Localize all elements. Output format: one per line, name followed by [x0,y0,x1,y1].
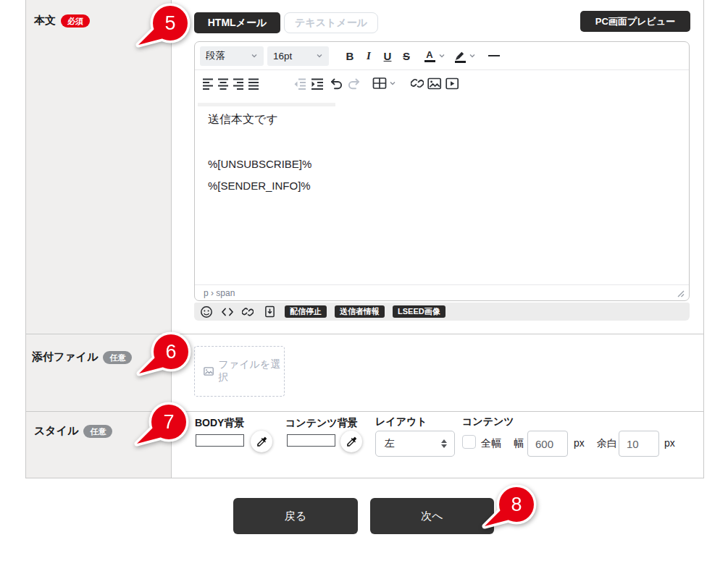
pc-preview-button[interactable]: PC画面プレビュー [580,11,690,32]
align-center-button[interactable] [215,74,230,93]
required-badge: 必須 [61,14,90,28]
align-justify-button[interactable] [246,74,261,93]
insert-sender-info-button[interactable]: 送信者情報 [335,305,385,318]
horizontal-rule-button[interactable] [485,46,503,66]
align-right-button[interactable] [230,74,246,93]
content-bg-eyedropper-button[interactable] [340,431,362,452]
code-icon [221,306,234,318]
highlight-color-menu-button[interactable] [468,46,477,66]
link-icon [242,306,254,318]
chevron-down-icon [389,80,396,87]
html-mail-button[interactable]: HTMLメール [194,12,280,33]
text-color-icon: A [424,50,435,62]
text-color-button[interactable]: A [422,46,438,66]
image-icon [427,77,442,90]
style-row-label: スタイル 任意 [34,424,112,438]
select-arrows-icon [441,439,447,448]
media-button[interactable] [443,74,461,93]
eyedropper-icon [256,436,268,448]
bold-button[interactable]: B [340,46,359,66]
full-width-checkbox[interactable] [462,435,476,449]
table-menu-button[interactable] [388,74,397,93]
chevron-down-icon [316,52,323,59]
align-center-icon [217,76,230,90]
body-bg-eyedropper-button[interactable] [251,431,272,452]
indent-button[interactable] [309,74,326,93]
highlight-color-icon [454,49,466,63]
form-label-column [25,0,172,478]
chevron-down-icon [438,52,445,59]
resize-handle-icon[interactable] [676,289,685,297]
body-bg-label: BODY背景 [195,417,244,430]
insert-lseed-image-button[interactable]: LSEED画像 [393,305,445,318]
highlight-color-button[interactable] [452,46,468,66]
layout-select-value: 左 [385,437,395,450]
file-select-label: ファイルを選択 [219,358,284,384]
outdent-button[interactable] [291,74,309,93]
redo-button[interactable] [345,74,362,93]
image-button[interactable] [426,74,443,93]
outdent-icon [293,76,306,90]
panel-bottom-border [25,478,704,478]
editor-status-bar: p › span [195,284,689,300]
horizontal-rule-icon [488,55,500,57]
panel-right-border [703,0,704,478]
unsubscribe-placeholder: %[UNSUBSCRIBE]% [208,158,311,170]
italic-icon: I [367,50,371,62]
content-label: コンテンツ [462,415,514,428]
emoji-icon [200,305,213,318]
block-format-value: 段落 [206,49,225,62]
table-icon [372,77,387,90]
file-select-button[interactable]: ファイルを選択 [194,346,285,397]
full-width-label: 全幅 [481,437,501,450]
text-mail-button[interactable]: テキストメール [284,12,378,33]
editor-quick-insert-bar: 配信停止 送信者情報 LSEED画像 [194,303,690,321]
align-left-button[interactable] [200,74,215,93]
link-button[interactable] [242,306,254,318]
body-bg-input[interactable] [196,434,244,447]
link-button[interactable] [409,74,426,93]
attachment-row-label: 添付ファイル 任意 [32,350,132,364]
block-format-dropdown[interactable]: 段落 [200,46,264,66]
element-path[interactable]: p › span [204,288,235,298]
editor-content-area[interactable]: 送信本文です %[UNSUBSCRIBE]% %[SENDER_INFO]% [195,96,689,284]
eyedropper-icon [346,436,358,448]
back-button[interactable]: 戻る [233,498,358,534]
content-bg-input[interactable] [287,434,335,447]
emoji-button[interactable] [200,305,213,318]
bold-icon: B [346,50,354,62]
font-size-value: 16pt [273,51,292,62]
align-justify-icon [247,76,260,90]
undo-icon [330,77,343,90]
table-button[interactable] [371,74,388,93]
strikethrough-button[interactable]: S [397,46,416,66]
body-label: 本文 [34,14,56,28]
italic-button[interactable]: I [359,46,378,66]
optional-badge: 任意 [83,425,112,438]
chevron-down-icon [251,52,258,59]
editor-toolbar-row1: 段落 16pt B I U S A [195,42,689,69]
body-text-line: 送信本文です [208,112,278,127]
selection-highlight [198,103,335,106]
underline-button[interactable]: U [378,46,397,66]
undo-button[interactable] [327,74,345,93]
width-input[interactable] [527,431,568,457]
text-color-menu-button[interactable] [438,46,446,66]
font-size-dropdown[interactable]: 16pt [267,46,329,66]
sender-info-placeholder: %[SENDER_INFO]% [208,179,311,192]
strikethrough-icon: S [403,50,410,62]
image-icon [204,366,214,376]
callout-number: 8 [499,487,534,522]
layout-select[interactable]: 左 [375,431,455,457]
source-code-button[interactable] [221,306,234,318]
underline-icon: U [384,50,392,62]
content-bg-label: コンテンツ背景 [285,417,358,430]
insert-file-button[interactable] [264,305,275,318]
rich-text-editor: 段落 16pt B I U S A [194,41,690,301]
margin-input[interactable] [619,431,659,457]
chevron-down-icon [469,52,476,59]
next-button[interactable]: 次へ [370,498,494,534]
width-label: 幅 [514,437,524,450]
insert-unsubscribe-button[interactable]: 配信停止 [285,305,327,318]
margin-label: 余白 [597,437,617,450]
